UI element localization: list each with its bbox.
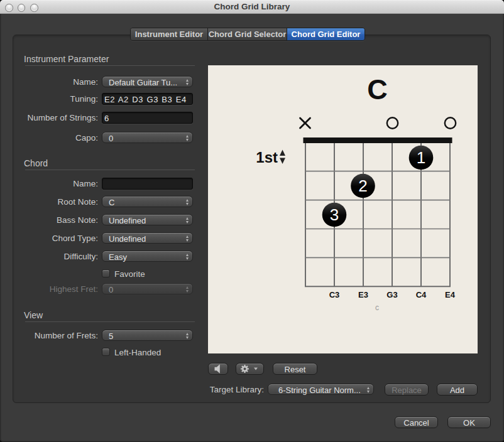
svg-text:1: 1 xyxy=(417,148,425,167)
svg-text:C4: C4 xyxy=(416,290,427,299)
svg-text:1st: 1st xyxy=(256,149,278,166)
svg-text:3: 3 xyxy=(330,205,339,224)
svg-text:E4: E4 xyxy=(445,290,456,299)
svg-text:G3: G3 xyxy=(386,290,397,299)
svg-text:C: C xyxy=(367,73,388,105)
svg-text:2: 2 xyxy=(358,176,367,195)
svg-text:c: c xyxy=(375,303,379,312)
svg-text:E3: E3 xyxy=(358,290,368,299)
svg-text:C3: C3 xyxy=(329,290,340,299)
